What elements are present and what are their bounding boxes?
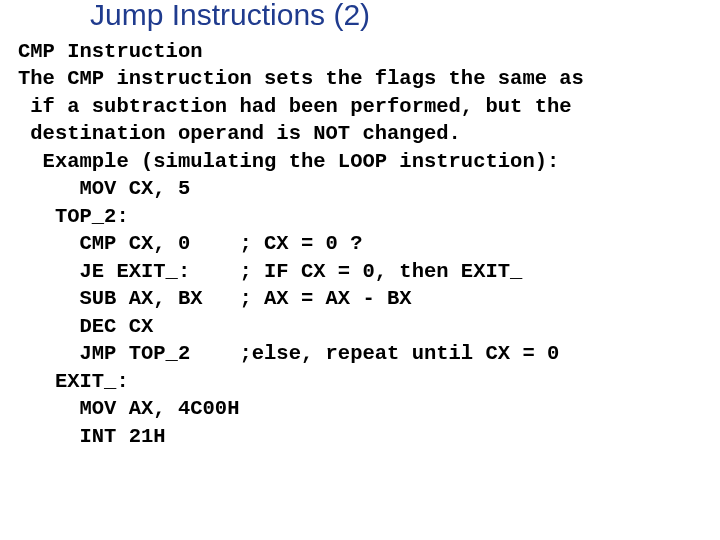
- code-line: INT 21H: [18, 423, 720, 450]
- code-line: CMP Instruction: [18, 38, 720, 65]
- code-line: JMP TOP_2 ;else, repeat until CX = 0: [18, 340, 720, 367]
- code-line: DEC CX: [18, 313, 720, 340]
- code-line: The CMP instruction sets the flags the s…: [18, 65, 720, 92]
- code-line: EXIT_:: [18, 368, 720, 395]
- code-line: destination operand is NOT changed.: [18, 120, 720, 147]
- code-line: Example (simulating the LOOP instruction…: [18, 148, 720, 175]
- slide-content: CMP Instruction The CMP instruction sets…: [0, 30, 720, 450]
- code-line: TOP_2:: [18, 203, 720, 230]
- slide-container: Jump Instructions (2) CMP Instruction Th…: [0, 0, 720, 450]
- slide-title: Jump Instructions (2): [0, 0, 720, 30]
- code-line: if a subtraction had been performed, but…: [18, 93, 720, 120]
- code-line: MOV CX, 5: [18, 175, 720, 202]
- code-line: SUB AX, BX ; AX = AX - BX: [18, 285, 720, 312]
- code-line: CMP CX, 0 ; CX = 0 ?: [18, 230, 720, 257]
- code-line: MOV AX, 4C00H: [18, 395, 720, 422]
- code-line: JE EXIT_: ; IF CX = 0, then EXIT_: [18, 258, 720, 285]
